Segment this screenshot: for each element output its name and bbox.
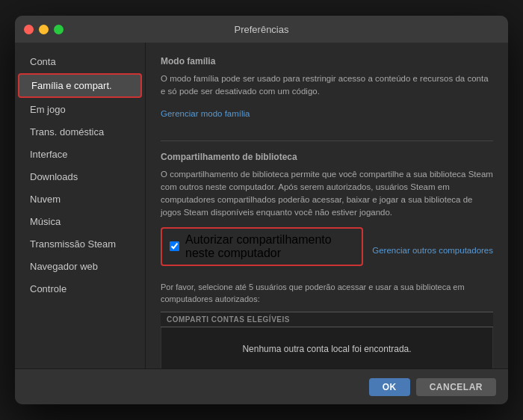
- ok-button[interactable]: OK: [369, 378, 410, 396]
- title-bar: Preferências: [15, 16, 508, 43]
- close-button[interactable]: [24, 25, 34, 34]
- maximize-button[interactable]: [54, 25, 64, 34]
- cancel-button[interactable]: CANCELAR: [416, 378, 496, 396]
- main-panel: Modo família O modo família pode ser usa…: [146, 43, 508, 368]
- sidebar-item-navegador[interactable]: Navegador web: [18, 256, 142, 277]
- authorize-checkbox[interactable]: [170, 241, 179, 251]
- traffic-lights: [24, 25, 64, 34]
- divider: [161, 140, 493, 141]
- sidebar-item-transdomestica[interactable]: Trans. doméstica: [18, 121, 142, 143]
- bottom-bar: OK CANCELAR: [15, 368, 508, 404]
- sidebar-item-emjogo[interactable]: Em jogo: [18, 99, 142, 120]
- sidebar-item-musica[interactable]: Música: [18, 211, 142, 232]
- library-sharing-description: O compartilhamento de biblioteca permite…: [161, 168, 493, 220]
- preferences-window: Preferências Conta Família e compart. Em…: [15, 16, 508, 404]
- sidebar-item-interface[interactable]: Interface: [18, 143, 142, 165]
- library-sharing-section: Compartilhamento de biblioteca O compart…: [161, 152, 493, 369]
- sidebar-item-downloads[interactable]: Downloads: [18, 166, 142, 188]
- sidebar-item-nuvem[interactable]: Nuvem: [18, 188, 142, 210]
- table-header-label: COMPARTI CONTAS ELEGÍVEIS: [167, 315, 290, 324]
- sidebar-item-transmissao[interactable]: Transmissão Steam: [18, 233, 142, 255]
- window-title: Preferências: [235, 24, 289, 35]
- manage-computers-link[interactable]: Gerenciar outros computadores: [372, 246, 493, 255]
- library-sharing-title: Compartilhamento de biblioteca: [161, 152, 493, 162]
- sidebar-item-conta[interactable]: Conta: [18, 51, 142, 72]
- accounts-empty-message: Nenhuma outra conta local foi encontrada…: [242, 344, 411, 354]
- sidebar-item-controle[interactable]: Controle: [18, 278, 142, 300]
- authorize-row: Autorizar compartilhamento neste computa…: [161, 227, 493, 274]
- minimize-button[interactable]: [39, 25, 49, 34]
- family-mode-title: Modo família: [161, 56, 493, 67]
- accounts-table-body: Nenhuma outra conta local foi encontrada…: [161, 327, 493, 369]
- library-subtext: Por favor, selecione até 5 usuários que …: [161, 281, 493, 306]
- family-mode-description: O modo família pode ser usado para restr…: [161, 72, 493, 99]
- sidebar: Conta Família e compart. Em jogo Trans. …: [15, 43, 146, 368]
- authorize-label[interactable]: Autorizar compartilhamento neste computa…: [185, 233, 354, 260]
- content-area: Conta Família e compart. Em jogo Trans. …: [15, 43, 508, 368]
- sidebar-item-familia[interactable]: Família e compart.: [18, 73, 142, 98]
- manage-family-link[interactable]: Gerenciar modo família: [161, 109, 250, 118]
- accounts-table-header: COMPARTI CONTAS ELEGÍVEIS: [161, 312, 493, 327]
- authorize-checkbox-container: Autorizar compartilhamento neste computa…: [161, 227, 363, 266]
- family-mode-section: Modo família O modo família pode ser usa…: [161, 56, 493, 130]
